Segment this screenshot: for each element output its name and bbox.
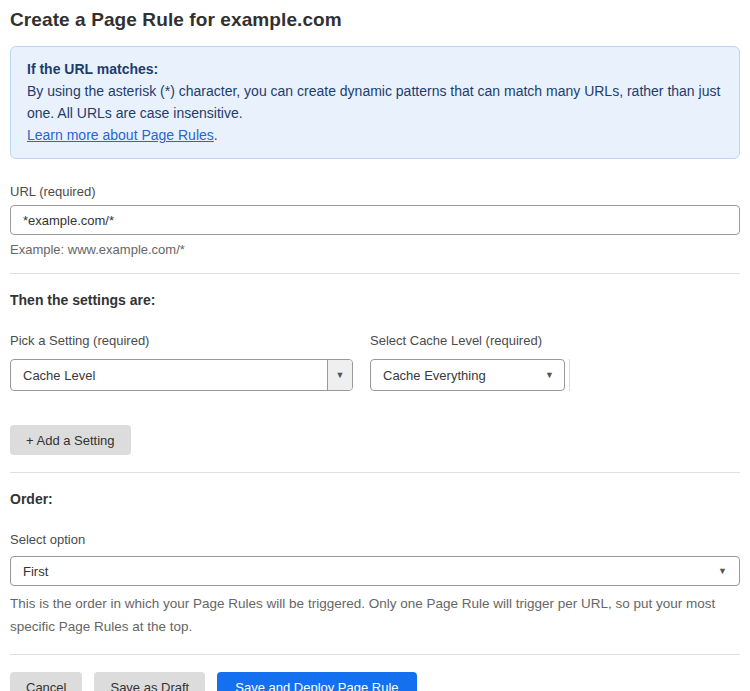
settings-labels-row: Pick a Setting (required) Select Cache L… [10, 333, 740, 354]
cache-level-dropdown[interactable]: Cache Everything ▼ [370, 359, 565, 391]
info-box-heading: If the URL matches: [27, 58, 723, 80]
divider [10, 472, 740, 473]
order-select[interactable]: First ▼ [10, 556, 740, 586]
learn-more-link[interactable]: Learn more about Page Rules [27, 127, 214, 143]
chevron-down-icon: ▼ [336, 371, 345, 380]
url-input[interactable] [10, 205, 740, 235]
url-field-label: URL (required) [10, 184, 740, 200]
page-rule-form: Create a Page Rule for example.com If th… [0, 0, 750, 691]
url-example-helper: Example: www.example.com/* [10, 241, 740, 258]
info-box-body: By using the asterisk (*) character, you… [27, 80, 723, 124]
save-deploy-button[interactable]: Save and Deploy Page Rule [217, 672, 416, 691]
order-select-value: First [23, 564, 48, 579]
info-link-line: Learn more about Page Rules. [27, 124, 723, 146]
pick-setting-dropdown[interactable]: Cache Level ▼ [10, 359, 353, 391]
order-heading: Order: [10, 491, 740, 508]
cache-level-label: Select Cache Level (required) [370, 333, 542, 349]
settings-dropdown-row: Cache Level ▼ Cache Everything ▼ [10, 359, 740, 391]
settings-heading: Then the settings are: [10, 292, 740, 309]
link-period: . [214, 127, 218, 143]
dropdown-arrow-cell[interactable]: ▼ [327, 360, 352, 390]
pick-setting-value: Cache Level [11, 368, 327, 383]
add-setting-button[interactable]: + Add a Setting [10, 425, 131, 455]
divider [10, 273, 740, 274]
divider [10, 654, 740, 655]
cache-level-value: Cache Everything [383, 368, 486, 383]
page-title: Create a Page Rule for example.com [10, 8, 740, 31]
pick-setting-label: Pick a Setting (required) [10, 333, 370, 349]
save-draft-button[interactable]: Save as Draft [94, 672, 205, 691]
url-matches-info-box: If the URL matches: By using the asteris… [10, 46, 740, 159]
chevron-down-icon: ▼ [718, 567, 727, 576]
setting-separator [569, 359, 570, 391]
cancel-button[interactable]: Cancel [10, 672, 82, 691]
order-helper-text: This is the order in which your Page Rul… [10, 592, 740, 638]
chevron-down-icon: ▼ [545, 371, 554, 380]
order-select-label: Select option [10, 532, 740, 548]
form-actions: Cancel Save as Draft Save and Deploy Pag… [10, 672, 740, 691]
